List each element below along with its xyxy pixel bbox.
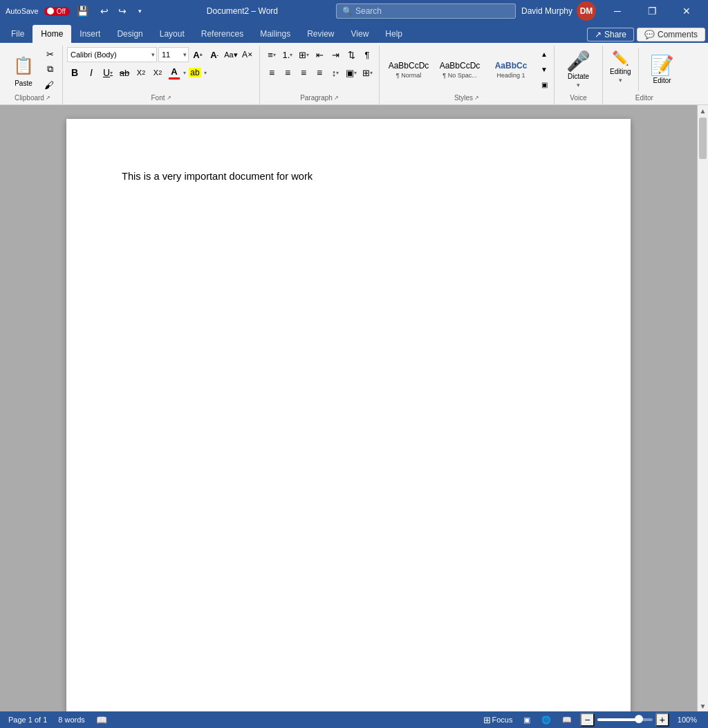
scroll-down-arrow[interactable]: ▼ — [698, 700, 709, 711]
zoom-in-button[interactable]: + — [655, 713, 669, 727]
document-scroll[interactable]: This is a very important document for wo… — [0, 105, 697, 711]
zoom-thumb[interactable] — [635, 715, 643, 723]
subscript-button[interactable]: X2 — [133, 65, 149, 80]
editor-button[interactable]: 📝 Editor — [643, 47, 682, 93]
line-spacing-button[interactable]: ↕▾ — [328, 65, 343, 80]
share-button[interactable]: ↗ Share — [587, 28, 634, 41]
view-print-layout[interactable]: ▣ — [521, 713, 533, 727]
font-size-select[interactable]: 11 — [158, 47, 189, 62]
sort-button[interactable]: ⇅ — [344, 47, 359, 62]
tab-help[interactable]: Help — [377, 25, 411, 43]
justify-button[interactable]: ≡ — [312, 65, 327, 80]
user-name: David Murphy — [521, 6, 572, 16]
scroll-up-arrow[interactable]: ▲ — [698, 105, 709, 116]
voice-group: 🎤 Dictate ▾ Voice — [555, 46, 603, 104]
autosave-toggle[interactable]: Off — [44, 7, 70, 16]
font-dialog-launcher[interactable]: ↗ — [167, 95, 171, 101]
font-color-button[interactable]: A — [167, 65, 182, 80]
tab-references[interactable]: References — [193, 25, 252, 43]
show-formatting-button[interactable]: ¶ — [360, 47, 375, 62]
copy-button[interactable]: ⧉ — [41, 62, 58, 76]
align-left-button[interactable]: ≡ — [264, 65, 279, 80]
bold-button[interactable]: B — [67, 65, 82, 80]
shading-button[interactable]: ▣▾ — [344, 65, 359, 80]
tab-bar: File Home Insert Design Layout Reference… — [0, 22, 708, 43]
tab-layout[interactable]: Layout — [151, 25, 193, 43]
tab-mailings[interactable]: Mailings — [252, 25, 299, 43]
style-normal[interactable]: AaBbCcDc ¶ Normal — [384, 47, 434, 93]
view-web-layout[interactable]: 🌐 — [539, 713, 554, 727]
tab-insert[interactable]: Insert — [71, 25, 109, 43]
tab-home[interactable]: Home — [32, 25, 71, 43]
styles-label[interactable]: Styles ↗ — [384, 93, 550, 104]
paste-button[interactable]: 📋 Paste — [7, 47, 40, 93]
superscript-button[interactable]: X2 — [150, 65, 165, 80]
zoom-track[interactable] — [597, 718, 653, 721]
focus-button[interactable]: ⊞ Focus — [481, 713, 516, 727]
vertical-scrollbar[interactable]: ▲ ▼ — [697, 105, 708, 711]
font-shrink-button[interactable]: A- — [207, 47, 222, 62]
clear-format-button[interactable]: A✕ — [240, 47, 255, 62]
zoom-out-button[interactable]: − — [580, 713, 594, 727]
underline-button[interactable]: U▾ — [100, 65, 115, 80]
highlight-button[interactable]: ab — [187, 65, 203, 80]
search-bar[interactable]: 🔍 — [336, 3, 516, 19]
page-info: Page 1 of 1 — [8, 716, 47, 724]
decrease-indent-button[interactable]: ⇤ — [312, 47, 327, 62]
minimize-button[interactable]: ─ — [602, 0, 633, 22]
editing-dropdown[interactable]: ▾ — [619, 77, 622, 84]
zoom-percent[interactable]: 100% — [675, 713, 700, 727]
user-avatar[interactable]: DM — [577, 1, 596, 21]
styles-scroll-down[interactable]: ▼ — [539, 62, 550, 76]
font-label[interactable]: Font ↗ — [67, 93, 255, 104]
multilevel-list-button[interactable]: ⊞▾ — [296, 47, 311, 62]
tab-design[interactable]: Design — [109, 25, 151, 43]
paragraph-dialog-launcher[interactable]: ↗ — [334, 95, 339, 101]
style-no-spacing[interactable]: AaBbCcDc ¶ No Spac... — [435, 47, 485, 93]
scroll-thumb[interactable] — [699, 118, 707, 159]
change-case-button[interactable]: Aa▾ — [223, 47, 239, 62]
search-input[interactable] — [355, 6, 510, 16]
strikethrough-button[interactable]: ab — [117, 65, 132, 80]
document-content[interactable]: This is a very important document for wo… — [122, 169, 575, 711]
restore-button[interactable]: ❐ — [636, 0, 668, 22]
numbering-button[interactable]: 1.▾ — [280, 47, 295, 62]
comments-icon: 💬 — [644, 30, 655, 39]
redo-button[interactable]: ↪ — [114, 3, 131, 19]
align-center-button[interactable]: ≡ — [280, 65, 295, 80]
tab-file[interactable]: File — [3, 25, 32, 43]
italic-button[interactable]: I — [84, 65, 99, 80]
comments-button[interactable]: 💬 Comments — [637, 28, 705, 41]
font-color-dropdown[interactable]: ▾ — [183, 70, 186, 76]
styles-scroll-up[interactable]: ▲ — [539, 47, 550, 61]
cut-button[interactable]: ✂ — [41, 47, 58, 61]
format-painter-button[interactable]: 🖌 — [41, 77, 57, 93]
clipboard-small-btns: ✂ ⧉ 🖌 — [41, 47, 58, 93]
font-grow-button[interactable]: A+ — [190, 47, 205, 62]
quick-access-dropdown[interactable]: ▾ — [132, 3, 149, 19]
dictate-button[interactable]: 🎤 Dictate ▾ — [559, 47, 598, 93]
save-button[interactable]: 💾 — [75, 3, 91, 19]
increase-indent-button[interactable]: ⇥ — [328, 47, 343, 62]
clipboard-dialog-launcher[interactable]: ↗ — [46, 95, 50, 101]
style-heading1[interactable]: AaBbCc Heading 1 — [486, 47, 536, 93]
align-right-button[interactable]: ≡ — [296, 65, 311, 80]
bullets-button[interactable]: ≡▾ — [264, 47, 279, 62]
font-color-underline — [169, 77, 180, 80]
tab-view[interactable]: View — [343, 25, 378, 43]
tab-review[interactable]: Review — [299, 25, 342, 43]
close-button[interactable]: ✕ — [671, 0, 702, 22]
proofing-icon[interactable]: 📖 — [96, 715, 107, 725]
paragraph-label[interactable]: Paragraph ↗ — [264, 93, 375, 104]
borders-button[interactable]: ⊞▾ — [360, 65, 375, 80]
voice-label[interactable]: Voice — [570, 93, 586, 104]
highlight-dropdown[interactable]: ▾ — [204, 70, 207, 76]
clipboard-label[interactable]: Clipboard ↗ — [7, 93, 58, 104]
scroll-track[interactable] — [698, 116, 708, 700]
styles-dialog-launcher[interactable]: ↗ — [474, 95, 479, 101]
font-family-select[interactable]: Calibri (Body) — [67, 47, 157, 62]
styles-expand[interactable]: ▣ — [539, 77, 550, 91]
undo-button[interactable]: ↩ — [96, 3, 113, 19]
view-read-mode[interactable]: 📖 — [559, 713, 575, 727]
status-bar: Page 1 of 1 8 words 📖 ⊞ Focus ▣ 🌐 📖 − + … — [0, 711, 708, 728]
